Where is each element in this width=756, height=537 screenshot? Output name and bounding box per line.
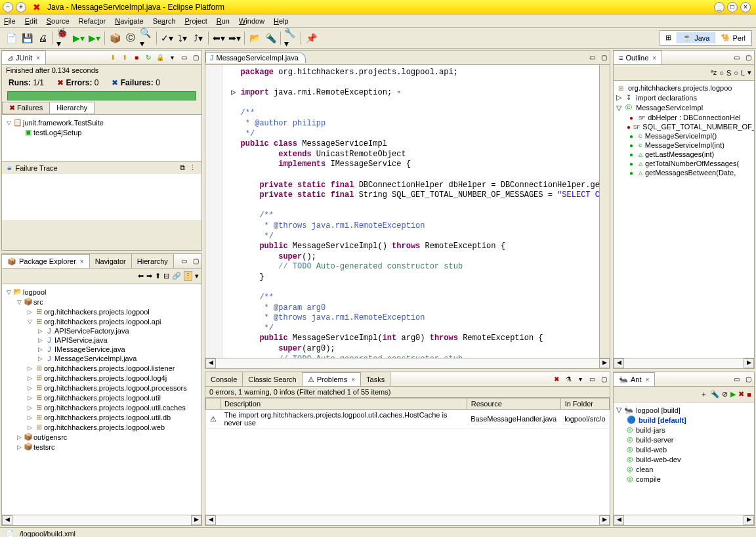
ant-target[interactable]: ◎ compile: [627, 474, 751, 484]
navigator-tab[interactable]: Navigator: [90, 254, 132, 268]
maximize-button[interactable]: □: [727, 2, 738, 12]
maximize-icon[interactable]: ▢: [743, 374, 753, 385]
remove-icon[interactable]: ✖: [738, 390, 744, 398]
filter-icon[interactable]: ⋮: [189, 163, 196, 172]
ant-target[interactable]: ◎ clean: [627, 464, 751, 474]
outline-tab[interactable]: ≡ Outline ×: [614, 51, 662, 64]
perspective-java[interactable]: ☕ Java: [677, 32, 715, 43]
hide-static-icon[interactable]: S: [726, 69, 731, 77]
filter-icon[interactable]: ⚗: [563, 374, 574, 385]
compare-icon[interactable]: ⧉: [180, 163, 185, 172]
menu-help[interactable]: Help: [274, 17, 289, 25]
outline-member[interactable]: ●△ getTotalNumberOfMessages(: [627, 159, 751, 168]
problems-table[interactable]: Description Resource In Folder ⚠ The imp…: [205, 398, 610, 429]
next-annotation-button[interactable]: ⤵▾: [175, 31, 190, 45]
print-button[interactable]: 🖨: [35, 31, 50, 45]
new-package-button[interactable]: 📦: [108, 31, 122, 45]
junit-prev-fail-icon[interactable]: ⬆: [119, 53, 130, 63]
close-icon[interactable]: ×: [80, 258, 84, 265]
menu-icon[interactable]: ▾: [747, 68, 751, 77]
menu-search[interactable]: Search: [153, 17, 176, 25]
external-tools-button[interactable]: 🔧▾: [284, 31, 298, 45]
run-button[interactable]: ▶▾: [72, 31, 86, 45]
junit-next-fail-icon[interactable]: ⬇: [108, 53, 118, 63]
editor-body[interactable]: package org.hitchhackers.projects.logpoo…: [205, 65, 599, 358]
editor-tab[interactable]: J MessageServiceImpl.java: [205, 52, 306, 63]
junit-rerun-icon[interactable]: ↻: [143, 53, 154, 63]
outline-member[interactable]: ●△ getMessagesBetween(Date,: [627, 168, 751, 177]
menu-run[interactable]: Run: [217, 17, 230, 25]
toggle-mark-button[interactable]: ✓▾: [159, 31, 174, 45]
up-icon[interactable]: ⬆: [155, 272, 161, 280]
outline-member[interactable]: ●SF SQL_GET_TOTAL_NUMBER_OF_: [627, 122, 751, 131]
filter-icon[interactable]: ⋮: [184, 271, 192, 281]
outline-member[interactable]: ●SF dbHelper : DBConnectionHel: [627, 113, 751, 122]
forward-icon[interactable]: ➡: [146, 272, 152, 280]
junit-lock-icon[interactable]: 🔒: [155, 53, 165, 63]
junit-failures-tab[interactable]: ✖ Failures: [2, 102, 50, 114]
minimize-icon[interactable]: ▭: [731, 53, 742, 63]
menu-edit[interactable]: Edit: [25, 17, 37, 25]
prev-annotation-button[interactable]: ⤴▾: [191, 31, 205, 45]
outline-member[interactable]: ●C MessageServiceImpl(): [627, 131, 751, 140]
outline-member[interactable]: ●△ getLastMessages(int): [627, 150, 751, 159]
ant-target[interactable]: 🔵 build [default]: [627, 415, 751, 425]
maximize-icon[interactable]: ▢: [190, 256, 201, 267]
debug-button[interactable]: 🐞▾: [56, 31, 70, 45]
menu-icon[interactable]: ▾: [195, 272, 199, 280]
window-sticky-button[interactable]: +: [16, 2, 26, 12]
close-icon[interactable]: ×: [36, 54, 40, 62]
ant-target[interactable]: ◎ build-jars: [627, 425, 751, 435]
forward-button[interactable]: ➡▾: [227, 31, 242, 45]
delete-icon[interactable]: ✖: [551, 374, 562, 385]
package-explorer-tab[interactable]: 📦 Package Explorer ×: [2, 254, 90, 268]
hide-fields-icon[interactable]: ○: [719, 69, 724, 77]
minimize-icon[interactable]: ▭: [587, 53, 597, 63]
link-icon[interactable]: 🔗: [172, 272, 181, 280]
junit-hierarchy-tab[interactable]: Hierarchy: [49, 102, 94, 114]
maximize-icon[interactable]: ▢: [598, 53, 609, 63]
maximize-icon[interactable]: ▢: [190, 53, 201, 63]
run-target-icon[interactable]: ▶: [730, 390, 736, 398]
close-icon[interactable]: ×: [351, 376, 355, 383]
ant-target[interactable]: ◎ build-server: [627, 435, 751, 444]
remove-all-icon[interactable]: ■: [747, 391, 751, 398]
collapse-icon[interactable]: ⊟: [163, 272, 169, 280]
save-button[interactable]: 💾: [20, 31, 34, 45]
editor-vscroll[interactable]: [599, 65, 610, 358]
outline-member[interactable]: ●C MessageServiceImpl(int): [627, 140, 751, 150]
window-menu-button[interactable]: −: [3, 2, 13, 12]
back-icon[interactable]: ⬅: [138, 272, 144, 280]
tasks-tab[interactable]: Tasks: [361, 372, 390, 386]
outline-tree[interactable]: ⊞org.hitchhackers.projects.logpoo ▷↧impo…: [614, 81, 754, 358]
ant-tree[interactable]: ▽🐜logpool [build] 🔵 build [default]◎ bui…: [614, 402, 754, 515]
menu-icon[interactable]: ▾: [575, 374, 585, 385]
ant-tab[interactable]: 🐜 Ant ×: [614, 372, 655, 386]
hide-internal-icon[interactable]: ⊘: [722, 390, 728, 398]
menu-file[interactable]: File: [4, 17, 16, 25]
menu-project[interactable]: Project: [185, 17, 207, 25]
hierarchy-tab[interactable]: Hierarchy: [132, 254, 174, 268]
hide-local-icon[interactable]: L: [741, 69, 745, 77]
open-perspective-button[interactable]: ⊞: [660, 32, 677, 43]
search-buildfile-icon[interactable]: 🔦: [710, 390, 719, 398]
problems-tab[interactable]: ⚠ Problems ×: [303, 372, 361, 386]
junit-stop-icon[interactable]: ■: [131, 53, 142, 63]
add-buildfile-icon[interactable]: ＋: [700, 389, 707, 399]
maximize-icon[interactable]: ▢: [598, 374, 609, 385]
close-button[interactable]: ×: [740, 2, 751, 12]
new-button[interactable]: 📄: [4, 31, 18, 45]
junit-menu-icon[interactable]: ▾: [167, 53, 177, 63]
new-class-button[interactable]: Ⓒ: [123, 31, 138, 45]
run-last-button[interactable]: ▶▾: [87, 31, 102, 45]
minimize-icon[interactable]: ▭: [731, 374, 742, 385]
junit-tab[interactable]: ⊿ JUnit ×: [2, 51, 46, 64]
package-tree[interactable]: ▽📂logpool ▽📦src ▷⊞org.hitchhackers.proje…: [2, 284, 201, 515]
menu-window[interactable]: Window: [239, 17, 264, 25]
hide-nonpublic-icon[interactable]: ○: [734, 69, 738, 77]
search-button[interactable]: 🔦: [263, 31, 278, 45]
open-resource-button[interactable]: 📂: [247, 31, 262, 45]
close-icon[interactable]: ×: [646, 376, 650, 383]
pin-button[interactable]: 📌: [304, 31, 318, 45]
console-tab[interactable]: Console: [205, 372, 243, 386]
